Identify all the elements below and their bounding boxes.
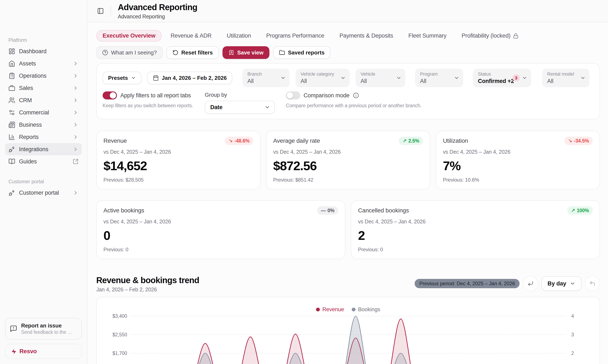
filter-panel: Presets Jan 4, 2026 – Feb 2, 2026 Branch… bbox=[96, 63, 600, 119]
message-warning-icon bbox=[10, 325, 17, 333]
bolt-icon bbox=[11, 348, 17, 354]
brand-button[interactable]: Resvo bbox=[5, 344, 82, 359]
status-filter[interactable]: Status Confirmed +2 3 bbox=[473, 69, 531, 87]
saved-reports-button[interactable]: Saved reports bbox=[273, 46, 330, 59]
sidebar-item-label: Integrations bbox=[19, 146, 69, 153]
tab-utilization[interactable]: Utilization bbox=[220, 30, 257, 42]
kpi-title: Cancelled bookings bbox=[358, 207, 409, 214]
newspaper-icon bbox=[8, 121, 15, 128]
filter-label: Branch bbox=[247, 71, 279, 77]
calendar-icon bbox=[153, 75, 159, 81]
layout-dashboard-icon bbox=[8, 48, 15, 55]
lock-icon bbox=[513, 33, 518, 39]
date-range-button[interactable]: Jan 4, 2026 – Feb 2, 2026 bbox=[147, 72, 232, 84]
legend-item-bookings[interactable]: Bookings bbox=[352, 306, 380, 313]
kpi-value: 2 bbox=[358, 228, 593, 243]
sidebar-item-sales[interactable]: Sales bbox=[5, 82, 82, 94]
vehicle-filter[interactable]: Vehicle All bbox=[356, 69, 405, 87]
sidebar-item-assets[interactable]: Assets bbox=[5, 57, 82, 70]
trend-arrow-icon: ↗ bbox=[571, 208, 575, 213]
kpi-previous: Previous: 0 bbox=[358, 247, 593, 253]
kpi-title: Average daily rate bbox=[273, 137, 320, 144]
vehicle-category-filter[interactable]: Vehicle category All bbox=[296, 69, 349, 87]
chevron-right-icon bbox=[73, 134, 78, 140]
corner-down-left-icon bbox=[527, 280, 534, 287]
sidebar-item-business[interactable]: Business bbox=[5, 119, 82, 131]
comparison-group: Comparison mode Compare performance with… bbox=[286, 91, 421, 108]
kpi-previous: Previous: $28,505 bbox=[103, 177, 253, 183]
trend-subtitle: Jan 4, 2026 – Feb 2, 2026 bbox=[96, 286, 199, 293]
sidebar-item-customer-portal[interactable]: Customer portal bbox=[5, 187, 82, 199]
program-filter[interactable]: Program All bbox=[415, 69, 463, 87]
chevron-right-icon bbox=[73, 146, 78, 152]
sidebar-item-reports[interactable]: Reports bbox=[5, 131, 82, 143]
legend-item-revenue[interactable]: Revenue bbox=[316, 306, 344, 313]
trend-chart-card: Revenue Bookings $3,4004$2,5503$1,7002 bbox=[96, 297, 600, 364]
kpi-value: $872.56 bbox=[273, 159, 423, 173]
granularity-select[interactable]: By day bbox=[542, 276, 582, 291]
sidebar-item-guides[interactable]: Guides bbox=[5, 156, 82, 168]
sidebar-item-operations[interactable]: Operations bbox=[5, 70, 82, 82]
tab-payments-deposits[interactable]: Payments & Deposits bbox=[333, 30, 400, 42]
trend-badge: ↘-48.6% bbox=[225, 137, 253, 145]
tab-label: Utilization bbox=[227, 33, 251, 39]
tab-label: Programs Performance bbox=[266, 33, 324, 39]
button-label: Reset filters bbox=[181, 49, 213, 56]
tab-profitability-locked[interactable]: Profitability (locked) bbox=[455, 30, 525, 42]
sliders-icon bbox=[8, 109, 15, 116]
users-icon bbox=[8, 97, 15, 104]
badge-value: 0% bbox=[327, 208, 334, 213]
save-view-button[interactable]: Save view bbox=[222, 46, 269, 59]
kpi-previous: Previous: 10.6% bbox=[443, 177, 593, 183]
chevron-down-icon bbox=[454, 75, 459, 81]
comparison-mode-toggle[interactable] bbox=[286, 91, 300, 99]
sidebar: Platform Dashboard Assets Operations Sal… bbox=[0, 0, 87, 364]
reset-filters-button[interactable]: Reset filters bbox=[167, 46, 219, 59]
trend-badge: ↘-34.5% bbox=[564, 137, 593, 145]
kpi-card-cancelled-bookings: Cancelled bookings ↗100% vs Dec 4, 2025 … bbox=[351, 200, 600, 259]
filter-label: Vehicle category bbox=[301, 71, 339, 77]
kpi-card-utilization: Utilization ↘-34.5% vs Dec 4, 2025 – Jan… bbox=[436, 131, 600, 189]
report-issue-subtitle: Send feedback to the Resvo... bbox=[21, 329, 75, 335]
sidebar-item-commercial[interactable]: Commercial bbox=[5, 106, 82, 119]
chevron-right-icon bbox=[73, 190, 78, 196]
chevron-right-icon bbox=[73, 85, 78, 91]
sidebar-item-label: CRM bbox=[19, 97, 69, 104]
svg-text:3: 3 bbox=[571, 332, 574, 338]
legend-dot-bookings bbox=[352, 308, 356, 312]
sidebar-item-integrations[interactable]: Integrations bbox=[5, 143, 82, 156]
tab-fleet-summary[interactable]: Fleet Summary bbox=[402, 30, 453, 42]
branch-filter[interactable]: Branch All bbox=[242, 69, 290, 87]
apply-filters-toggle[interactable] bbox=[103, 91, 117, 99]
kpi-compare: vs Dec 4, 2025 – Jan 4, 2026 bbox=[273, 149, 423, 155]
report-issue-card[interactable]: Report an issue Send feedback to the Res… bbox=[5, 318, 82, 339]
chart-column-icon bbox=[8, 134, 15, 140]
group-by-select[interactable]: Date bbox=[205, 101, 275, 114]
what-am-i-seeing-button[interactable]: What am I seeing? bbox=[96, 46, 163, 59]
kpi-card-revenue: Revenue ↘-48.6% vs Dec 4, 2025 – Jan 4, … bbox=[96, 131, 260, 189]
sidebar-section-platform: Platform bbox=[5, 37, 82, 43]
badge-value: 2.5% bbox=[408, 138, 419, 144]
filter-label: Rental model bbox=[547, 71, 578, 77]
kpi-compare: vs Dec 4, 2025 – Jan 4, 2026 bbox=[358, 219, 593, 225]
date-range-value: Jan 4, 2026 – Feb 2, 2026 bbox=[162, 75, 227, 81]
rotate-ccw-icon bbox=[172, 50, 178, 55]
corner-up-left-icon bbox=[589, 280, 595, 287]
trend-arrow-icon: ↘ bbox=[568, 138, 572, 144]
sidebar-item-label: Business bbox=[19, 122, 69, 128]
sidebar-item-dashboard[interactable]: Dashboard bbox=[5, 45, 82, 57]
group-by-group: Group by Date bbox=[205, 91, 275, 114]
rental-model-filter[interactable]: Rental model All bbox=[542, 69, 589, 87]
undo-button[interactable] bbox=[585, 276, 600, 291]
tab-programs-performance[interactable]: Programs Performance bbox=[260, 30, 331, 42]
legend-dot-revenue bbox=[316, 308, 320, 312]
presets-button[interactable]: Presets bbox=[103, 72, 142, 84]
svg-text:$2,550: $2,550 bbox=[113, 332, 127, 338]
tab-executive-overview[interactable]: Executive Overview bbox=[96, 30, 162, 42]
kpi-value: 7% bbox=[443, 159, 593, 173]
sidebar-section-customer-portal: Customer portal bbox=[5, 179, 82, 184]
sidebar-toggle-button[interactable] bbox=[95, 5, 106, 17]
compare-return-button[interactable] bbox=[523, 276, 538, 291]
tab-revenue-adr[interactable]: Revenue & ADR bbox=[164, 30, 218, 42]
sidebar-item-crm[interactable]: CRM bbox=[5, 94, 82, 106]
